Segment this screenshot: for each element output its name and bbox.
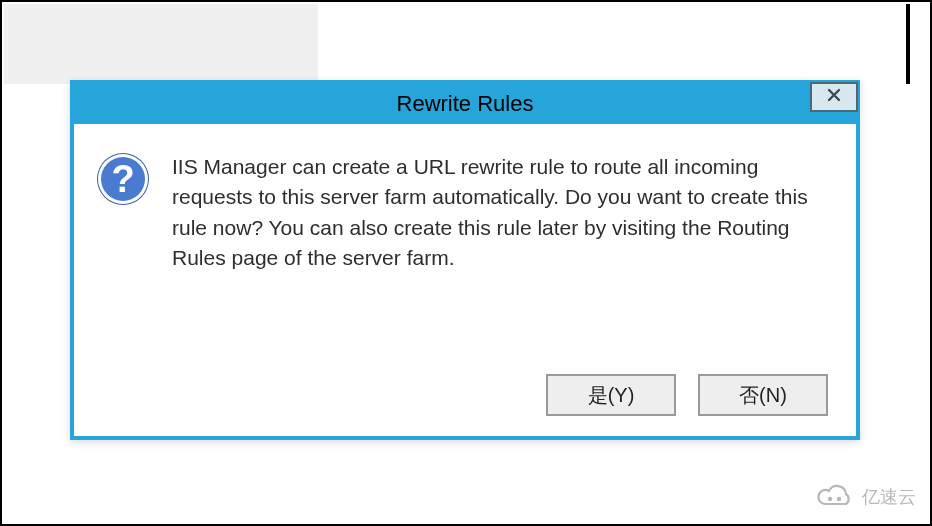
yes-button[interactable]: 是(Y) [546,374,676,416]
background-divider [906,4,910,84]
close-icon [827,88,841,106]
dialog-title: Rewrite Rules [397,91,534,117]
app-frame: Rewrite Rules ? IIS Manager can create a… [0,0,932,526]
rewrite-rules-dialog: Rewrite Rules ? IIS Manager can create a… [70,80,860,440]
no-button[interactable]: 否(N) [698,374,828,416]
dialog-icon-column: ? [98,152,152,274]
dialog-body: ? IIS Manager can create a URL rewrite r… [74,124,856,290]
watermark-text: 亿速云 [862,485,916,509]
close-button[interactable] [810,82,858,112]
dialog-button-row: 是(Y) 否(N) [546,374,828,416]
dialog-titlebar[interactable]: Rewrite Rules [74,84,856,124]
cloud-icon [814,484,856,510]
svg-point-0 [828,497,832,501]
question-icon: ? [98,154,148,204]
background-panel [4,4,318,84]
dialog-message: IIS Manager can create a URL rewrite rul… [172,152,832,274]
svg-point-1 [837,497,841,501]
watermark: 亿速云 [814,484,916,510]
